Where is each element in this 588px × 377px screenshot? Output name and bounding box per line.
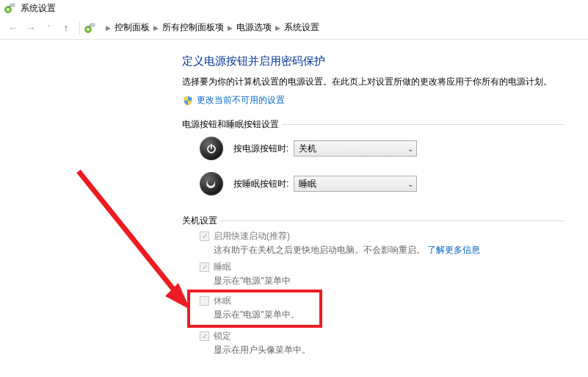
power-sleep-fieldset: 电源按钮和睡眠按钮设置 按电源按钮时: 关机 ⌄ 按睡眠按钮时: — [182, 118, 564, 201]
svg-point-1 — [7, 8, 10, 12]
nav-forward-icon[interactable]: → — [23, 21, 38, 35]
nav-back-icon[interactable]: ← — [6, 21, 21, 35]
divider — [79, 21, 80, 35]
lock-option: ✓ 锁定 显示在用户头像菜单中。 — [200, 330, 564, 356]
sleep-button-row: 按睡眠按钮时: 睡眠 ⌄ — [182, 166, 564, 201]
svg-rect-2 — [10, 4, 15, 7]
shutdown-list: ✓ 启用快速启动(推荐) 这有助于在关机之后更快地启动电脑。不会影响重启。 了解… — [182, 227, 564, 356]
chevron-right-icon[interactable]: ▶ — [275, 24, 280, 32]
chevron-right-icon[interactable]: ▶ — [153, 24, 159, 32]
sleep-label: 睡眠 — [214, 261, 231, 273]
power-button-row: 按电源按钮时: 关机 ⌄ — [182, 131, 564, 166]
power-button-select[interactable]: 关机 ⌄ — [294, 140, 417, 157]
svg-rect-5 — [90, 24, 95, 26]
lock-checkbox[interactable]: ✓ — [200, 331, 209, 341]
page-heading: 定义电源按钮并启用密码保护 — [182, 54, 588, 68]
hibernate-desc: 显示在"电源"菜单中。 — [214, 309, 564, 321]
hibernate-checkbox[interactable]: ✓ — [200, 296, 209, 306]
svg-point-4 — [87, 27, 90, 31]
change-unavailable-row: 更改当前不可用的设置 — [182, 94, 588, 107]
power-icon — [200, 137, 223, 160]
power-button-value: 关机 — [299, 143, 316, 155]
hibernate-option: ✓ 休眠 显示在"电源"菜单中。 — [200, 295, 564, 321]
breadcrumb: ▶ 控制面板 ▶ 所有控制面板项 ▶ 电源选项 ▶ 系统设置 — [84, 21, 319, 34]
sleep-checkbox[interactable]: ✓ — [200, 262, 209, 272]
fast-startup-desc: 这有助于在关机之后更快地启动电脑。不会影响重启。 了解更多信息 — [214, 244, 564, 256]
shutdown-legend: 关机设置 — [182, 215, 220, 227]
lock-desc: 显示在用户头像菜单中。 — [214, 344, 564, 356]
page-subtext: 选择要为你的计算机设置的电源设置。在此页上对设置所做的更改将应用于你所有的电源计… — [182, 76, 588, 88]
content: 定义电源按钮并启用密码保护 选择要为你的计算机设置的电源设置。在此页上对设置所做… — [0, 40, 588, 361]
power-button-label: 按电源按钮时: — [233, 143, 294, 155]
nav-bar: ← → ˅ ↑ ▶ 控制面板 ▶ 所有控制面板项 ▶ 电源选项 ▶ 系统设置 — [0, 16, 588, 40]
nav-recent-icon[interactable]: ˅ — [41, 21, 56, 35]
sleep-button-label: 按睡眠按钮时: — [233, 178, 294, 190]
breadcrumb-item[interactable]: 所有控制面板项 — [162, 21, 224, 34]
fast-startup-desc-text: 这有助于在关机之后更快地启动电脑。不会影响重启。 — [214, 245, 425, 255]
shield-icon — [182, 95, 194, 107]
change-unavailable-link[interactable]: 更改当前不可用的设置 — [197, 94, 285, 107]
sleep-button-select[interactable]: 睡眠 ⌄ — [294, 176, 417, 192]
power-sleep-legend: 电源按钮和睡眠按钮设置 — [182, 118, 282, 131]
chevron-right-icon[interactable]: ▶ — [106, 24, 111, 32]
breadcrumb-item[interactable]: 控制面板 — [115, 21, 150, 34]
breadcrumb-item[interactable]: 系统设置 — [284, 21, 319, 34]
nav-up-icon[interactable]: ↑ — [59, 21, 73, 35]
sleep-desc: 显示在"电源"菜单中 — [214, 275, 564, 287]
title-bar: 系统设置 — [0, 0, 588, 16]
power-options-icon — [4, 2, 16, 14]
sleep-option: ✓ 睡眠 显示在"电源"菜单中 — [200, 261, 564, 287]
fast-startup-checkbox[interactable]: ✓ — [200, 231, 209, 241]
sleep-icon — [200, 172, 223, 195]
window-title: 系统设置 — [21, 2, 56, 15]
sleep-button-value: 睡眠 — [299, 178, 316, 190]
chevron-down-icon: ⌄ — [407, 180, 413, 188]
hibernate-label: 休眠 — [214, 295, 231, 307]
shutdown-fieldset: 关机设置 ✓ 启用快速启动(推荐) 这有助于在关机之后更快地启动电脑。不会影响重… — [182, 215, 564, 361]
chevron-down-icon: ⌄ — [407, 145, 413, 153]
fast-startup-label: 启用快速启动(推荐) — [214, 230, 290, 243]
breadcrumb-item[interactable]: 电源选项 — [236, 21, 272, 34]
fast-startup-option: ✓ 启用快速启动(推荐) 这有助于在关机之后更快地启动电脑。不会影响重启。 了解… — [200, 230, 564, 256]
power-options-icon — [84, 22, 96, 34]
learn-more-link[interactable]: 了解更多信息 — [427, 245, 480, 255]
chevron-right-icon[interactable]: ▶ — [228, 24, 233, 32]
lock-label: 锁定 — [214, 330, 231, 342]
